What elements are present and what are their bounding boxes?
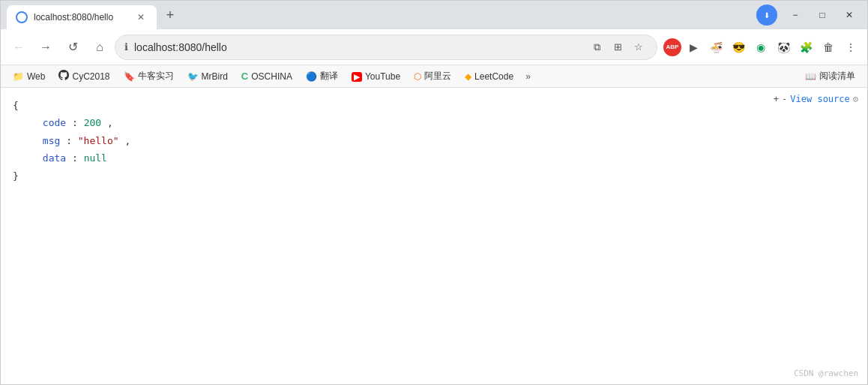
json-display: { code : 200 , msg : "hello" , data : nu <box>13 97 855 185</box>
tab-area: localhost:8080/hello ✕ + <box>7 1 753 29</box>
json-close-brace: } <box>13 167 855 185</box>
bookmark-niuke[interactable]: 🔖 牛客实习 <box>118 68 180 86</box>
bookmark-aliyun[interactable]: ⬡ 阿里云 <box>408 68 457 86</box>
trash-extension-icon[interactable]: 🗑 <box>818 37 839 58</box>
back-button[interactable]: ← <box>7 35 31 59</box>
mask-icon: 😎 <box>732 41 745 53</box>
abp-extension-icon[interactable]: ABP <box>663 38 681 56</box>
github-bookmark-icon <box>58 70 69 83</box>
web-bookmark-icon: 📁 <box>13 71 24 82</box>
puzzle-icon: 🧩 <box>800 41 813 53</box>
bookmark-star-icon[interactable]: ☆ <box>630 38 648 56</box>
abp-label: ABP <box>666 44 679 50</box>
maximize-button[interactable]: □ <box>810 3 834 27</box>
menu-button[interactable]: ⋮ <box>840 37 861 58</box>
food-extension-icon[interactable]: 🍜 <box>705 37 726 58</box>
fanyi-bookmark-label: 翻译 <box>320 70 338 83</box>
mrbird-bookmark-label: MrBird <box>202 71 228 82</box>
navigation-bar: ← → ↺ ⌂ ℹ localhost:8080/hello ⧉ ⊞ ☆ ABP <box>1 29 867 65</box>
circle-extension-icon[interactable]: ◉ <box>750 37 771 58</box>
bookmark-leetcode[interactable]: ◆ LeetCode <box>459 68 519 86</box>
watermark: CSDN @rawchen <box>794 368 858 378</box>
content-area: + - View source ⚙ { code : 200 , msg : "… <box>1 88 867 384</box>
bookmark-fanyi[interactable]: 🔵 翻译 <box>300 68 344 86</box>
json-open-brace: { <box>13 97 855 114</box>
title-bar: localhost:8080/hello ✕ + ⬇ − □ ✕ <box>1 1 867 29</box>
json-code-line: code : 200 , <box>13 114 855 131</box>
mrbird-bookmark-icon: 🐦 <box>187 71 199 82</box>
youtube-bookmark-label: YouTube <box>365 71 400 82</box>
tab-close-button[interactable]: ✕ <box>134 11 148 24</box>
json-data-line: data : null <box>13 149 855 167</box>
aliyun-bookmark-icon: ⬡ <box>414 71 421 82</box>
extension-icons: ABP ▶ 🍜 😎 ◉ 🐼 🧩 🗑 ⋮ <box>663 37 861 58</box>
aliyun-bookmark-label: 阿里云 <box>424 70 451 83</box>
bookmark-cyc2018[interactable]: CyC2018 <box>52 68 115 86</box>
panda-extension-icon[interactable]: 🐼 <box>773 37 794 58</box>
circle-icon: ◉ <box>756 41 765 53</box>
leetcode-bookmark-icon: ◆ <box>465 71 471 82</box>
json-msg-line: msg : "hello" , <box>13 132 855 149</box>
close-button[interactable]: ✕ <box>837 3 861 27</box>
tab-search-icon[interactable]: ⊞ <box>609 38 627 56</box>
puzzle-extension-icon[interactable]: 🧩 <box>795 37 816 58</box>
oschina-bookmark-icon: C <box>241 71 248 82</box>
niuke-bookmark-label: 牛客实习 <box>138 70 174 83</box>
pip-icon[interactable]: ⧉ <box>588 38 606 56</box>
address-right-icons: ⧉ ⊞ ☆ <box>588 38 648 56</box>
minimize-button[interactable]: − <box>783 3 807 27</box>
menu-icon: ⋮ <box>846 41 856 53</box>
reader-mode-icon: 📖 <box>805 71 816 82</box>
bookmarks-bar: 📁 Web CyC2018 🔖 牛客实习 🐦 MrBird C OSCHINA … <box>1 65 867 88</box>
tab-favicon <box>16 11 28 23</box>
mask-extension-icon[interactable]: 😎 <box>728 37 749 58</box>
play-extension-icon[interactable]: ▶ <box>683 37 704 58</box>
view-source-link[interactable]: View source <box>790 94 849 104</box>
tab-title: localhost:8080/hello <box>34 12 128 23</box>
window-controls: − □ ✕ <box>783 3 861 27</box>
reload-icon: ↺ <box>68 40 78 54</box>
leetcode-bookmark-label: LeetCode <box>474 71 513 82</box>
cyc2018-bookmark-label: CyC2018 <box>72 71 109 82</box>
bookmark-web[interactable]: 📁 Web <box>7 68 51 86</box>
back-icon: ← <box>13 41 25 54</box>
home-icon: ⌂ <box>96 41 103 54</box>
view-source-bar: + - View source ⚙ <box>774 94 858 104</box>
bookmark-mrbird[interactable]: 🐦 MrBird <box>181 68 234 86</box>
view-source-gear[interactable]: ⚙ <box>853 94 858 104</box>
bookmark-oschina[interactable]: C OSCHINA <box>235 68 298 86</box>
view-source-plus[interactable]: + <box>774 94 779 104</box>
security-icon: ℹ <box>124 41 128 53</box>
reader-mode-button[interactable]: 📖 阅读清单 <box>799 68 861 84</box>
forward-button[interactable]: → <box>34 35 58 59</box>
trash-icon: 🗑 <box>823 41 834 53</box>
url-display: localhost:8080/hello <box>134 41 582 53</box>
new-tab-button[interactable]: + <box>160 5 181 26</box>
bookmark-youtube[interactable]: ▶ YouTube <box>346 68 406 86</box>
forward-icon: → <box>40 41 52 54</box>
view-source-minus[interactable]: - <box>782 94 787 104</box>
browser-window: localhost:8080/hello ✕ + ⬇ − □ ✕ ← → ↺ ⌂ <box>0 0 868 385</box>
address-bar[interactable]: ℹ localhost:8080/hello ⧉ ⊞ ☆ <box>115 35 657 60</box>
panda-icon: 🐼 <box>777 41 790 53</box>
profile-indicator[interactable]: ⬇ <box>756 5 777 26</box>
play-icon: ▶ <box>690 41 698 53</box>
youtube-bookmark-icon: ▶ <box>352 71 362 82</box>
fanyi-bookmark-icon: 🔵 <box>306 71 317 82</box>
food-icon: 🍜 <box>710 41 723 53</box>
niuke-bookmark-icon: 🔖 <box>124 71 135 82</box>
web-bookmark-label: Web <box>27 71 45 82</box>
bookmarks-more-button[interactable]: » <box>521 70 535 83</box>
active-tab[interactable]: localhost:8080/hello ✕ <box>7 5 157 29</box>
home-button[interactable]: ⌂ <box>88 35 112 59</box>
profile-icon: ⬇ <box>764 11 770 20</box>
oschina-bookmark-label: OSCHINA <box>251 71 292 82</box>
reload-button[interactable]: ↺ <box>61 35 85 59</box>
reader-mode-label: 阅读清单 <box>819 70 855 83</box>
